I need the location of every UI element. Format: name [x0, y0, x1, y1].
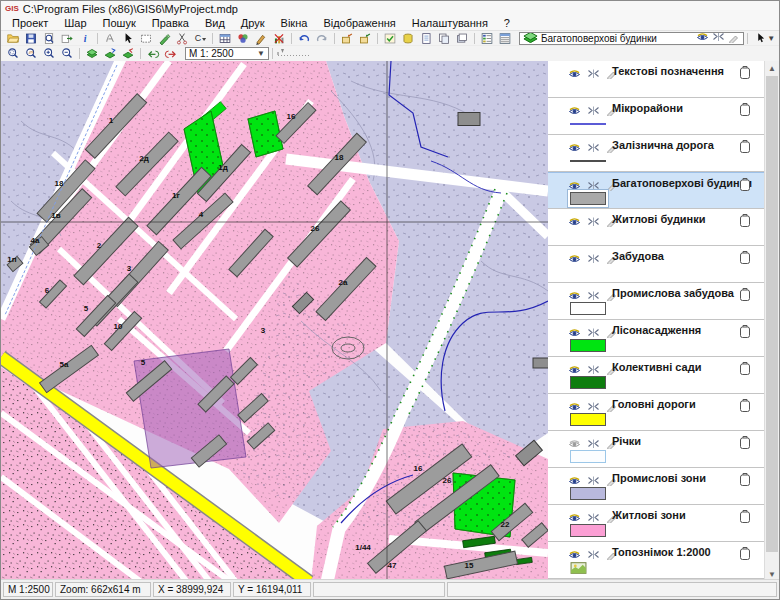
map-viewport[interactable]: 12д1г1д181в2341618262а4а1п65105а5316261/…	[1, 61, 548, 579]
tb-import2-button[interactable]	[356, 31, 374, 45]
svg-text:26: 26	[443, 476, 452, 485]
menu-2[interactable]: Шар	[56, 17, 94, 29]
layer-row-6[interactable]: Забудова	[548, 246, 764, 283]
tb-import-button[interactable]	[338, 31, 356, 45]
tb-zoom-out-button[interactable]	[58, 47, 76, 61]
eye-icon[interactable]	[568, 250, 581, 268]
layer-properties-icon[interactable]	[739, 250, 751, 269]
scroll-down-icon[interactable]: ▼	[765, 567, 779, 579]
tb-legend1-button[interactable]	[478, 31, 496, 45]
tb-save-button[interactable]	[22, 31, 40, 45]
tb-table-button[interactable]	[216, 31, 234, 45]
panel-scrollbar[interactable]: ▲ ▼	[764, 61, 779, 579]
tb-undo-button[interactable]	[295, 31, 313, 45]
layer-row-1[interactable]: Текстові позначення	[548, 61, 764, 98]
layer-properties-icon[interactable]	[739, 139, 751, 158]
tb-snap-button[interactable]	[101, 31, 119, 45]
layer-properties-icon[interactable]	[739, 398, 751, 417]
active-layer-combo[interactable]: Багатоповерхові будинки	[519, 32, 744, 45]
layer-row-3[interactable]: Залізнична дорога	[548, 135, 764, 172]
menu-6[interactable]: Друк	[233, 17, 273, 29]
layer-row-4[interactable]: Багатоповерхові будинки	[548, 172, 764, 209]
menu-8[interactable]: Відображення	[315, 17, 403, 29]
menu-9[interactable]: Налаштування	[404, 17, 496, 29]
tb-cut-button[interactable]	[173, 31, 191, 45]
scale-range-icon[interactable]	[587, 250, 600, 268]
layer-properties-icon[interactable]	[739, 472, 751, 491]
tb-fly-prev-button[interactable]	[144, 47, 162, 61]
layer-properties-icon[interactable]	[739, 102, 751, 121]
layer-row-10[interactable]: Головні дороги	[548, 394, 764, 431]
layer-row-2[interactable]: Мікрорайони	[548, 98, 764, 135]
layer-properties-icon[interactable]	[739, 287, 751, 306]
menu-10[interactable]: ?	[496, 17, 518, 29]
tb-pan-button[interactable]	[22, 47, 40, 61]
tb-copy-button[interactable]	[435, 31, 453, 45]
tb-chart-off-button[interactable]	[270, 31, 288, 45]
scale-range-icon[interactable]	[587, 546, 600, 564]
toolbar-separator	[334, 33, 335, 44]
tb-layer-green2-button[interactable]	[101, 47, 119, 61]
tb-layer-green3-button[interactable]	[119, 47, 137, 61]
layer-label: Багатоповерхові будинки	[612, 177, 752, 189]
eye-icon[interactable]	[568, 65, 581, 83]
layer-row-11[interactable]: Річки	[548, 431, 764, 468]
tb-layer-green1-button[interactable]	[83, 47, 101, 61]
layer-properties-icon[interactable]	[739, 546, 751, 565]
menu-1[interactable]: Проект	[4, 17, 56, 29]
eye-icon[interactable]	[568, 213, 581, 231]
eye-icon[interactable]	[696, 32, 709, 44]
tb-rotate-button[interactable]: C	[191, 31, 209, 45]
tb-select-rect-button[interactable]	[137, 31, 155, 45]
scale-range-icon[interactable]	[587, 213, 600, 231]
tb-pointer-button[interactable]	[119, 31, 137, 45]
tb-db-button[interactable]	[399, 31, 417, 45]
layer-row-14[interactable]: Топознімок 1:2000	[548, 542, 764, 579]
layer-row-8[interactable]: Лісонасадження	[548, 320, 764, 357]
layer-row-12[interactable]: Промислові зони	[548, 468, 764, 505]
scrollbar-thumb[interactable]	[766, 76, 778, 552]
layer-properties-icon[interactable]	[739, 65, 751, 84]
layer-style-swatch	[570, 339, 606, 352]
map-canvas[interactable]: 12д1г1д181в2341618262а4а1п65105а5316261/…	[1, 61, 548, 579]
layer-properties-icon[interactable]	[739, 509, 751, 528]
tb-check-win-button[interactable]	[381, 31, 399, 45]
tb-export-button[interactable]	[58, 31, 76, 45]
scale-range-icon[interactable]	[712, 32, 725, 44]
tb-palette-button[interactable]	[234, 31, 252, 45]
layer-properties-icon[interactable]	[739, 324, 751, 343]
opacity-slider[interactable]	[276, 45, 312, 63]
tb-pen-button[interactable]	[252, 31, 270, 45]
menu-4[interactable]: Правка	[144, 17, 197, 29]
tb-legend2-button[interactable]	[496, 31, 514, 45]
menu-3[interactable]: Пошук	[95, 17, 144, 29]
menu-5[interactable]: Вид	[197, 17, 233, 29]
menu-7[interactable]: Вікна	[273, 17, 316, 29]
tb-zoom-page-button[interactable]	[40, 31, 58, 45]
scale-combo[interactable]: М 1: 2500 ▼	[185, 47, 269, 60]
tb-zoom-window-button[interactable]	[4, 47, 22, 61]
scale-range-icon[interactable]	[587, 65, 600, 83]
layer-row-13[interactable]: Житлові зони	[548, 505, 764, 542]
pencil-icon[interactable]	[728, 32, 740, 45]
layer-row-5[interactable]: Житлові будинки	[548, 209, 764, 246]
layer-row-9[interactable]: Колективні сади	[548, 357, 764, 394]
tb-edit-green-button[interactable]	[155, 31, 173, 45]
tb-redo-button[interactable]	[313, 31, 331, 45]
tb-info-button[interactable]: i	[76, 31, 94, 45]
layer-properties-icon[interactable]	[739, 435, 751, 454]
layers-panel: Текстові позначенняМікрорайониЗалізнична…	[548, 61, 764, 579]
layer-row-7[interactable]: Промислова забудова	[548, 283, 764, 320]
layer-properties-icon[interactable]	[739, 213, 751, 232]
pointer-mode-dropdown[interactable]: ▼	[751, 31, 779, 45]
scroll-up-icon[interactable]: ▲	[765, 61, 779, 76]
tb-report-button[interactable]	[417, 31, 435, 45]
tb-open-button[interactable]	[4, 31, 22, 45]
layer-properties-icon[interactable]	[739, 361, 751, 380]
tb-zoom-in-button[interactable]	[40, 47, 58, 61]
svg-text:2: 2	[97, 241, 102, 250]
tb-stack-button[interactable]	[453, 31, 471, 45]
tb-fly-next-button[interactable]	[162, 47, 180, 61]
layer-properties-icon[interactable]	[739, 177, 751, 196]
svg-text:4: 4	[199, 210, 204, 219]
